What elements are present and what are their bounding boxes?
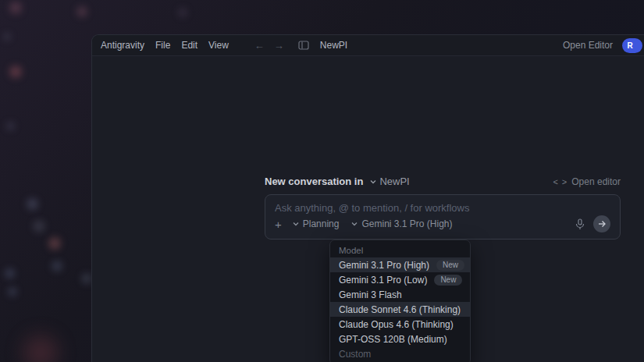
model-option-gemini-3-flash[interactable]: Gemini 3 Flash <box>330 287 470 302</box>
arrow-right-icon <box>598 220 607 228</box>
app-window: Antigravity File Edit View ← → NewPI Ope… <box>91 34 644 362</box>
model-menu-header: Model <box>330 243 470 257</box>
code-brackets-icon: < > <box>553 177 568 186</box>
mode-selector-label: Planning <box>303 218 340 229</box>
titlebar: Antigravity File Edit View ← → NewPI Ope… <box>92 35 644 56</box>
bokeh-dot <box>76 6 87 17</box>
model-option-gpt-oss-120b[interactable]: GPT-OSS 120B (Medium) <box>330 332 470 346</box>
bokeh-dot <box>178 8 187 17</box>
model-selector[interactable]: Gemini 3.1 Pro (High) <box>351 218 452 229</box>
forward-arrow-icon[interactable]: → <box>274 40 284 51</box>
account-avatar-badge[interactable]: R <box>622 38 642 53</box>
conversation-header: New conversation in NewPI < > Open edito… <box>265 176 621 187</box>
chevron-down-icon <box>370 179 376 184</box>
bokeh-dot <box>5 268 15 279</box>
back-arrow-icon[interactable]: ← <box>254 40 265 51</box>
menu-edit[interactable]: Edit <box>176 40 203 51</box>
menu-file[interactable]: File <box>150 40 176 51</box>
history-nav: ← → <box>254 40 284 51</box>
bokeh-dot <box>81 273 92 284</box>
model-dropdown-menu: Model Gemini 3.1 Pro (High) New Gemini 3… <box>329 240 471 362</box>
model-selector-label: Gemini 3.1 Pro (High) <box>361 218 452 229</box>
mode-selector[interactable]: Planning <box>293 218 340 229</box>
bokeh-dot <box>9 2 22 14</box>
open-editor-link[interactable]: < > Open editor <box>553 176 621 187</box>
menu-view[interactable]: View <box>203 40 234 51</box>
window-title: NewPI <box>320 40 347 51</box>
toggle-panel-icon[interactable] <box>298 41 309 50</box>
open-editor-button[interactable]: Open Editor <box>563 40 613 51</box>
bokeh-dot <box>48 237 61 250</box>
open-editor-link-label: Open editor <box>571 176 621 187</box>
bokeh-dot <box>33 220 45 232</box>
bokeh-dot <box>8 287 17 296</box>
microphone-icon <box>575 218 585 230</box>
send-button[interactable] <box>593 215 610 232</box>
bokeh-dot <box>52 261 62 272</box>
bokeh-dot <box>9 66 22 78</box>
model-option-gemini-31-pro-low[interactable]: Gemini 3.1 Pro (Low) New <box>330 272 470 287</box>
project-name: NewPI <box>379 176 409 187</box>
chevron-down-icon <box>293 222 299 226</box>
bokeh-dot <box>27 198 38 210</box>
conversation-heading: New conversation in <box>265 176 363 187</box>
model-option-claude-opus-46[interactable]: Claude Opus 4.6 (Thinking) <box>330 317 470 332</box>
project-selector[interactable]: NewPI <box>370 176 409 187</box>
prompt-composer: + Planning Gemini 3.1 Pro (High) <box>265 194 621 240</box>
chevron-down-icon <box>351 222 358 226</box>
new-badge: New <box>434 275 462 286</box>
composer-toolbar: + Planning Gemini 3.1 Pro (High) <box>275 215 610 232</box>
bokeh-dot <box>6 122 15 130</box>
add-attachment-button[interactable]: + <box>275 218 282 230</box>
bokeh-dot <box>3 33 11 41</box>
microphone-button[interactable] <box>575 218 585 230</box>
model-option-claude-sonnet-46[interactable]: Claude Sonnet 4.6 (Thinking) <box>330 302 470 317</box>
new-badge: New <box>436 260 464 271</box>
model-option-custom[interactable]: Custom <box>330 346 470 361</box>
menu-antigravity[interactable]: Antigravity <box>101 40 150 51</box>
prompt-input[interactable] <box>275 202 610 214</box>
bokeh-dot <box>23 335 58 362</box>
model-option-gemini-31-pro-high[interactable]: Gemini 3.1 Pro (High) New <box>330 257 470 272</box>
